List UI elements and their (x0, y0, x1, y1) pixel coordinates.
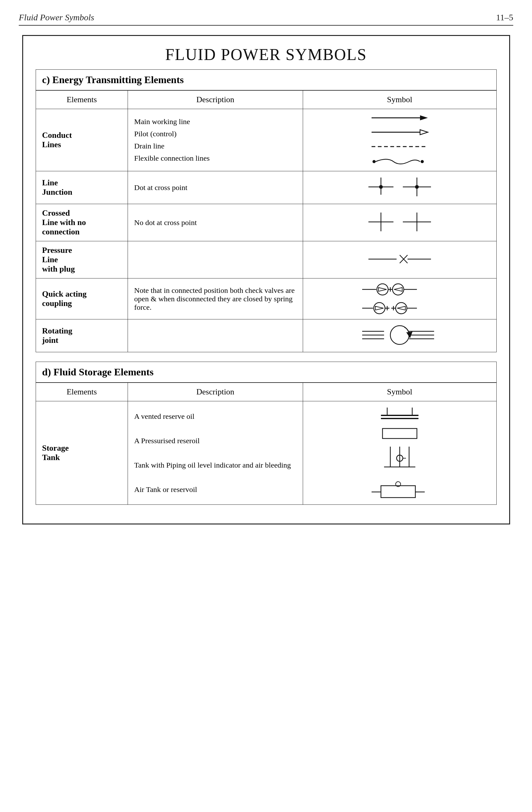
element-storage-tank: StorageTank (36, 401, 128, 505)
svg-point-12 (415, 185, 419, 189)
page: Fluid Power Symbols 11–5 FLUID POWER SYM… (0, 0, 532, 812)
symbol-pressure-line-svg (365, 251, 434, 267)
table-row: LineJunction Dot at cross point (36, 171, 496, 204)
col-header-symbol: Symbol (303, 91, 496, 109)
desc-item (134, 423, 296, 435)
col-header-description-d: Description (128, 383, 303, 401)
page-header: Fluid Power Symbols 11–5 (19, 13, 513, 26)
section-d-table: Elements Description Symbol StorageTank … (36, 382, 496, 505)
symbol-rotating-joint-svg (359, 322, 440, 348)
table-row: ConductLines Main working line Pilot (co… (36, 109, 496, 171)
table-row: Quick actingcoupling Note that in connec… (36, 278, 496, 319)
table-header-row-d: Elements Description Symbol (36, 383, 496, 401)
symbol-rotating-joint (303, 319, 496, 352)
element-conduct-lines: ConductLines (36, 109, 128, 171)
desc-conduct-lines: Main working line Pilot (control) Drain … (128, 109, 303, 171)
symbol-line-junction (303, 171, 496, 204)
symbol-air-tank (368, 479, 431, 501)
page-number: 11–5 (496, 13, 513, 23)
symbol-quick-coupling-connected (359, 281, 440, 297)
table-row: CrossedLine with noconnection No dot at … (36, 204, 496, 241)
desc-item (134, 471, 296, 483)
main-content-box: FLUID POWER SYMBOLS c) Energy Transmitti… (22, 35, 510, 524)
svg-point-9 (379, 185, 383, 189)
desc-crossed-line: No dot at cross point (128, 204, 303, 241)
table-row-storage-tank: StorageTank A vented reserve oil A Press… (36, 401, 496, 505)
desc-item: A Pressurised reseroil (134, 435, 296, 447)
symbol-crossed-line (303, 204, 496, 241)
element-rotating-joint: Rotatingjoint (36, 319, 128, 352)
element-line-junction: LineJunction (36, 171, 128, 204)
desc-rotating-joint (128, 319, 303, 352)
symbol-conduct-lines (303, 109, 496, 171)
symbol-vented-tank (375, 404, 425, 422)
svg-marker-23 (378, 288, 387, 291)
table-row: Rotatingjoint (36, 319, 496, 352)
symbol-quick-coupling (303, 278, 496, 319)
desc-line-junction: Dot at cross point (128, 171, 303, 204)
symbol-quick-coupling-disconnected (359, 300, 440, 316)
symbol-tank-piping (375, 445, 425, 476)
section-d-heading: d) Fluid Storage Elements (36, 362, 496, 382)
symbol-storage-tank (303, 401, 496, 505)
symbol-drain-line (368, 141, 431, 152)
svg-marker-37 (397, 306, 405, 310)
symbol-main-working-line (368, 112, 431, 124)
desc-item: Flexible connection lines (134, 152, 296, 164)
symbol-pressure-line (303, 241, 496, 278)
svg-point-5 (373, 160, 376, 163)
symbol-crossed-line-svg (362, 209, 437, 234)
desc-storage-tank: A vented reserve oil A Pressurised reser… (128, 401, 303, 505)
svg-point-6 (421, 160, 424, 163)
symbol-flexible-line (368, 155, 431, 168)
svg-rect-51 (382, 429, 417, 438)
table-row: PressureLinewith plug (36, 241, 496, 278)
desc-item: Drain line (134, 140, 296, 152)
svg-marker-31 (375, 306, 383, 310)
col-header-elements: Elements (36, 91, 128, 109)
svg-marker-1 (420, 115, 428, 120)
col-header-elements-d: Elements (36, 383, 128, 401)
svg-rect-59 (381, 486, 415, 497)
element-pressure-line: PressureLinewith plug (36, 241, 128, 278)
desc-item: Main working line (134, 116, 296, 128)
desc-item: A vented reserve oil (134, 410, 296, 423)
symbol-pressurised-tank (375, 425, 425, 442)
element-quick-coupling: Quick actingcoupling (36, 278, 128, 319)
desc-item: Pilot (control) (134, 128, 296, 140)
desc-item: Air Tank or reservoil (134, 483, 296, 496)
col-header-symbol-d: Symbol (303, 383, 496, 401)
svg-marker-3 (420, 130, 428, 135)
section-c-heading: c) Energy Transmitting Elements (36, 69, 496, 90)
table-header-row: Elements Description Symbol (36, 91, 496, 109)
section-c-table: Elements Description Symbol ConductLines… (36, 90, 496, 352)
svg-marker-27 (394, 288, 402, 291)
page-header-title: Fluid Power Symbols (19, 13, 94, 23)
desc-item (134, 447, 296, 459)
symbol-pilot-line (368, 127, 431, 138)
element-crossed-line: CrossedLine with noconnection (36, 204, 128, 241)
col-header-description: Description (128, 91, 303, 109)
desc-item: Tank with Piping oil level indicator and… (134, 459, 296, 471)
main-title: FLUID POWER SYMBOLS (36, 45, 496, 64)
desc-pressure-line (128, 241, 303, 278)
desc-quick-coupling: Note that in connected position both che… (128, 278, 303, 319)
symbol-line-junction-svg (362, 174, 437, 199)
